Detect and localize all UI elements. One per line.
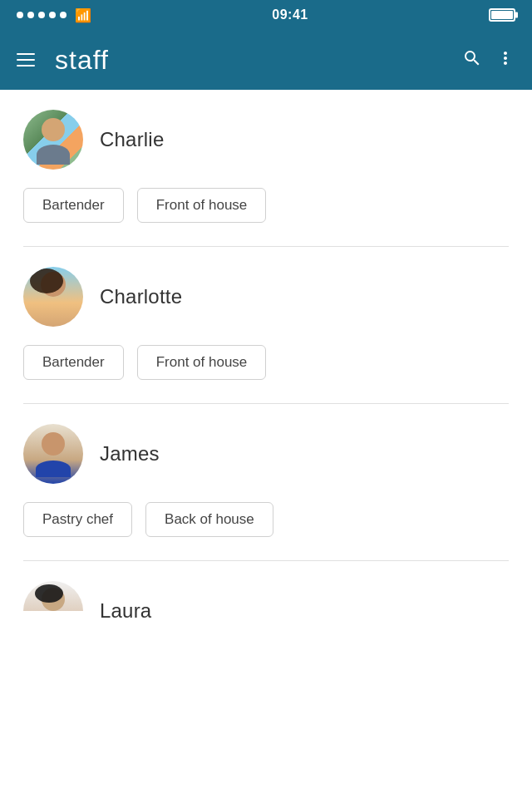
- staff-item-james: James Pastry chef Back of house: [0, 404, 532, 560]
- tags-charlie: Bartender Front of house: [23, 188, 509, 223]
- more-button[interactable]: [495, 48, 515, 71]
- status-time: 09:41: [272, 7, 308, 22]
- avatar-james: [23, 424, 83, 484]
- menu-button[interactable]: [17, 53, 35, 66]
- battery-icon: [489, 8, 515, 22]
- avatar-charlie: [23, 110, 83, 170]
- tag-bartender-charlie[interactable]: Bartender: [23, 188, 124, 223]
- status-bar: 📶 09:41: [0, 0, 532, 30]
- tag-bartender-charlotte[interactable]: Bartender: [23, 345, 124, 380]
- tag-front-of-house-charlotte[interactable]: Front of house: [137, 345, 267, 380]
- staff-name-laura: Laura: [100, 599, 151, 623]
- signal-dots: [17, 12, 66, 18]
- staff-name-charlie: Charlie: [100, 128, 164, 151]
- avatar-laura: [23, 581, 83, 641]
- search-button[interactable]: [462, 48, 482, 71]
- page-title: staff: [55, 45, 462, 76]
- staff-item-charlie: Charlie Bartender Front of house: [0, 90, 532, 246]
- app-bar: staff: [0, 30, 532, 90]
- tags-james: Pastry chef Back of house: [23, 502, 509, 537]
- staff-item-laura: Laura: [0, 561, 532, 682]
- staff-list: Charlie Bartender Front of house Charlot…: [0, 90, 532, 798]
- tag-front-of-house-charlie[interactable]: Front of house: [137, 188, 267, 223]
- wifi-icon: 📶: [75, 7, 91, 23]
- staff-name-james: James: [100, 442, 160, 466]
- tag-back-of-house-james[interactable]: Back of house: [145, 502, 273, 537]
- staff-item-charlotte: Charlotte Bartender Front of house: [0, 247, 532, 403]
- tag-pastry-chef-james[interactable]: Pastry chef: [23, 502, 132, 537]
- tags-charlotte: Bartender Front of house: [23, 345, 509, 380]
- staff-name-charlotte: Charlotte: [100, 285, 182, 308]
- avatar-charlotte: [23, 267, 83, 327]
